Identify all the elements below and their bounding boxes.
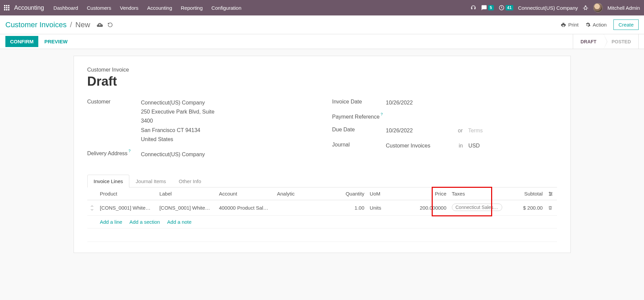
activities-icon[interactable]: 41: [499, 5, 513, 11]
cell-product[interactable]: [CONS_0001] White…: [97, 200, 157, 216]
cell-taxes[interactable]: Connecticut Sales Tax (: [449, 200, 510, 216]
activities-badge: 41: [506, 5, 513, 10]
col-account[interactable]: Account: [216, 187, 274, 200]
delivery-address-value[interactable]: Connecticut(US) Company: [141, 150, 312, 159]
topbar-right: 5 41 Connecticut(US) Company Mitchell Ad…: [470, 3, 640, 12]
cell-analytic[interactable]: [274, 200, 324, 216]
menu-customers[interactable]: Customers: [87, 5, 111, 11]
company-switcher[interactable]: Connecticut(US) Company: [518, 5, 578, 11]
action-button[interactable]: Action: [585, 22, 607, 28]
col-quantity[interactable]: Quantity: [324, 187, 367, 200]
col-taxes[interactable]: Taxes: [449, 187, 510, 200]
col-analytic[interactable]: Analytic: [274, 187, 324, 200]
cell-price[interactable]: 200.000000: [403, 200, 449, 216]
tab-journal-items[interactable]: Journal Items: [129, 175, 172, 187]
col-options[interactable]: [545, 187, 557, 200]
control-bar: Customer Invoices / New Print Action Cre…: [0, 15, 644, 34]
print-button[interactable]: Print: [561, 22, 578, 28]
status-step-posted[interactable]: POSTED: [604, 34, 639, 49]
settings-icon: [548, 191, 553, 197]
svg-point-3: [551, 193, 552, 194]
trash-icon: [548, 206, 553, 210]
messages-icon[interactable]: 5: [481, 5, 494, 11]
invoice-lines-table: Product Label Account Analytic Quantity …: [87, 187, 557, 242]
breadcrumb-separator: /: [70, 20, 72, 29]
avatar[interactable]: [593, 3, 603, 12]
apps-icon[interactable]: [4, 5, 9, 10]
menu-dashboard[interactable]: Dashboard: [53, 5, 78, 11]
menu-accounting[interactable]: Accounting: [147, 5, 172, 11]
col-uom[interactable]: UoM: [367, 187, 403, 200]
messages-badge: 5: [488, 5, 494, 10]
cell-label[interactable]: [CONS_0001] White…: [157, 200, 216, 216]
due-date-value[interactable]: 10/26/2022 or Terms: [386, 126, 557, 135]
menu-reporting[interactable]: Reporting: [181, 5, 203, 11]
col-product[interactable]: Product: [97, 187, 157, 200]
svg-point-1: [585, 7, 587, 9]
tab-other-info[interactable]: Other Info: [172, 175, 208, 187]
drag-handle-icon[interactable]: [87, 200, 97, 216]
menu-vendors[interactable]: Vendors: [120, 5, 138, 11]
debug-icon[interactable]: [583, 5, 589, 11]
cell-uom[interactable]: Units: [367, 200, 403, 216]
delete-row-button[interactable]: [545, 200, 557, 216]
preview-button[interactable]: PREVIEW: [44, 39, 68, 44]
invoice-date-label: Invoice Date: [332, 98, 386, 105]
col-subtotal[interactable]: Subtotal: [510, 187, 545, 200]
app-title[interactable]: Accounting: [14, 4, 44, 11]
breadcrumb-current: New: [75, 20, 90, 29]
notebook-tabs: Invoice Lines Journal Items Other Info: [87, 174, 557, 187]
due-date-label: Due Date: [332, 126, 386, 133]
invoice-date-value[interactable]: 10/26/2022: [386, 98, 557, 107]
content-scroll[interactable]: Customer Invoice Draft Customer Connecti…: [0, 49, 644, 300]
journal-in: in: [459, 143, 463, 148]
help-icon[interactable]: ?: [129, 149, 131, 153]
customer-value[interactable]: Connecticut(US) Company 250 Executive Pa…: [141, 98, 312, 144]
breadcrumb-root[interactable]: Customer Invoices: [5, 20, 67, 29]
status-steps: DRAFT POSTED: [573, 34, 639, 49]
col-label[interactable]: Label: [157, 187, 216, 200]
doc-type-label: Customer Invoice: [87, 67, 557, 73]
print-icon: [561, 22, 566, 28]
status-step-draft[interactable]: DRAFT: [573, 34, 604, 49]
discard-icon[interactable]: [108, 22, 113, 28]
cloud-save-icon[interactable]: [97, 22, 103, 28]
breadcrumb: Customer Invoices / New: [5, 20, 113, 29]
tax-tag[interactable]: Connecticut Sales Tax (: [452, 204, 502, 211]
status-bar: CONFIRM PREVIEW DRAFT POSTED: [0, 34, 644, 49]
currency-value[interactable]: USD: [468, 143, 480, 148]
svg-point-2: [549, 192, 550, 193]
svg-point-4: [550, 195, 551, 196]
top-navbar: Accounting Dashboard Customers Vendors A…: [0, 0, 644, 15]
user-menu[interactable]: Mitchell Admin: [607, 5, 640, 11]
menu-configuration[interactable]: Configuration: [211, 5, 241, 11]
add-line-link[interactable]: Add a line: [100, 219, 122, 225]
payment-reference-label: Payment Reference?: [332, 113, 386, 120]
doc-title: Draft: [87, 74, 557, 89]
form-sheet: Customer Invoice Draft Customer Connecti…: [74, 56, 571, 253]
support-icon[interactable]: [470, 5, 476, 11]
delivery-address-label: Delivery Address?: [87, 150, 141, 157]
customer-label: Customer: [87, 98, 141, 105]
terms-placeholder[interactable]: Terms: [468, 128, 483, 133]
confirm-button[interactable]: CONFIRM: [5, 36, 38, 47]
gear-icon: [585, 22, 591, 28]
col-price[interactable]: Price: [403, 187, 449, 200]
cell-quantity[interactable]: 1.00: [324, 200, 367, 216]
table-row[interactable]: [CONS_0001] White… [CONS_0001] White… 40…: [87, 200, 557, 216]
due-date-or: or: [458, 128, 463, 133]
add-note-link[interactable]: Add a note: [167, 219, 192, 225]
cell-account[interactable]: 400000 Product Sal…: [216, 200, 274, 216]
create-button[interactable]: Create: [613, 19, 639, 30]
main-menu: Dashboard Customers Vendors Accounting R…: [53, 5, 470, 11]
help-icon[interactable]: ?: [381, 112, 383, 116]
cell-subtotal: $ 200.00: [510, 200, 545, 216]
tab-invoice-lines[interactable]: Invoice Lines: [87, 175, 130, 187]
journal-value[interactable]: Customer Invoices in USD: [386, 141, 557, 150]
add-section-link[interactable]: Add a section: [129, 219, 160, 225]
journal-label: Journal: [332, 141, 386, 148]
